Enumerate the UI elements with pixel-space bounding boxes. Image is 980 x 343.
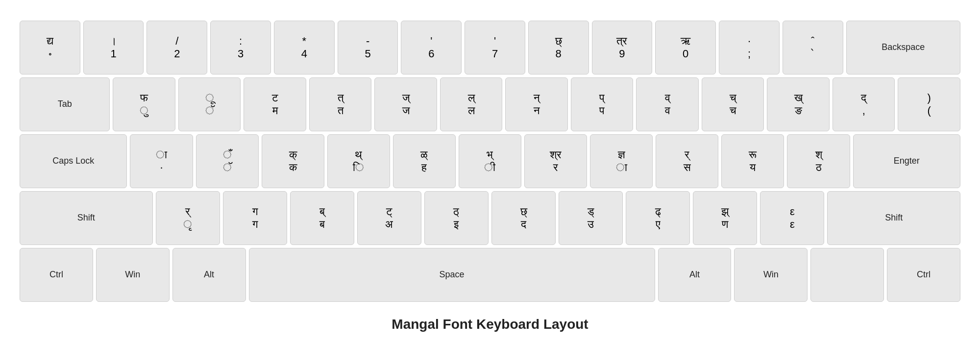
key-z-bottom: ृ <box>183 218 192 231</box>
key-capslock[interactable]: Caps Lock <box>20 134 127 188</box>
key-5-top: - <box>366 35 369 48</box>
key-semicolon-top: रू <box>749 148 757 161</box>
key-b-bottom: इ <box>454 218 459 231</box>
key-m[interactable]: ड्उ <box>559 191 623 245</box>
key-semicolon-bottom: य <box>750 161 756 174</box>
key-v-bottom: अ <box>385 218 393 231</box>
key-1-bottom: 1 <box>110 48 116 60</box>
key-f[interactable]: थ्ि <box>327 134 390 188</box>
key-y[interactable]: ल्ल <box>440 77 503 131</box>
key-8[interactable]: छ्8 <box>528 21 589 74</box>
key-x[interactable]: गग <box>223 191 287 245</box>
key-menu[interactable] <box>810 248 884 302</box>
key-c[interactable]: ब्ब <box>290 191 354 245</box>
key-win-l-label: Win <box>125 269 140 280</box>
key-bracket-r[interactable]: द्, <box>833 77 895 131</box>
key-w[interactable]: ूॅ <box>178 77 241 131</box>
key-ctrl-l[interactable]: Ctrl <box>20 248 93 302</box>
key-bracket-l[interactable]: ख्ङ <box>767 77 830 131</box>
key-bracket-r-bottom: , <box>862 104 865 117</box>
key-alt-r[interactable]: Alt <box>658 248 732 302</box>
key-o[interactable]: व्व <box>636 77 699 131</box>
key-2[interactable]: /2 <box>147 21 207 74</box>
key-5[interactable]: -5 <box>338 21 398 74</box>
key-backslash-top: ) <box>928 92 931 104</box>
key-shift-r[interactable]: Shift <box>827 191 960 245</box>
key-capslock-label: Caps Lock <box>52 155 94 167</box>
key-z[interactable]: र्ृ <box>156 191 220 245</box>
key-k-bottom: ा <box>616 161 627 174</box>
key-k-top: ज्ञ <box>618 148 625 161</box>
key-period[interactable]: झ्ण <box>693 191 757 245</box>
key-enter[interactable]: Engter <box>853 134 960 188</box>
key-m-bottom: उ <box>588 218 594 231</box>
key-6[interactable]: '6 <box>401 21 462 74</box>
key-slash[interactable]: εε <box>760 191 824 245</box>
key-quote-bottom: ठ <box>816 161 822 174</box>
key-h[interactable]: भ्ी <box>459 134 521 188</box>
key-r[interactable]: त्त <box>309 77 372 131</box>
key-backspace[interactable]: Backspace <box>846 21 960 74</box>
key-s[interactable]: ँॅ <box>196 134 259 188</box>
key-x-bottom: ग <box>252 218 258 231</box>
key-backslash[interactable]: )( <box>898 77 960 131</box>
key-backtick-bottom: ॰ <box>48 48 52 60</box>
key-ctrl-r[interactable]: Ctrl <box>887 248 960 302</box>
key-period-bottom: ण <box>722 218 728 231</box>
key-alt-l[interactable]: Alt <box>172 248 246 302</box>
key-r-top: त् <box>338 92 343 104</box>
key-7[interactable]: '7 <box>465 21 525 74</box>
key-semicolon[interactable]: रूय <box>721 134 784 188</box>
key-b[interactable]: ठ्इ <box>424 191 489 245</box>
key-win-r[interactable]: Win <box>734 248 808 302</box>
key-4-top: * <box>302 35 307 48</box>
key-l-top: र् <box>685 148 689 161</box>
key-l[interactable]: र्स <box>656 134 718 188</box>
key-bracket-r-top: द् <box>861 92 866 104</box>
key-4[interactable]: *4 <box>274 21 335 74</box>
key-space[interactable]: Space <box>249 248 655 302</box>
key-v[interactable]: ट्अ <box>357 191 421 245</box>
keyboard-row-5: CtrlWinAltSpaceAltWinCtrl <box>20 248 960 302</box>
key-equals[interactable]: ˆˋ <box>783 21 843 74</box>
key-d[interactable]: क्क <box>262 134 324 188</box>
key-win-l[interactable]: Win <box>96 248 170 302</box>
key-w-bottom: ॅ <box>205 104 214 117</box>
key-shift-l[interactable]: Shift <box>20 191 153 245</box>
key-y-top: ल् <box>468 92 475 104</box>
key-minus-bottom: ; <box>748 48 751 60</box>
key-a[interactable]: ा· <box>130 134 193 188</box>
key-backtick[interactable]: द्य॰ <box>20 21 80 74</box>
keyboard-row-3: Caps Lockा·ँॅक्कथ्िळ्हभ्ीश्ररज्ञार्सरूयश… <box>20 134 960 188</box>
key-9[interactable]: त्र9 <box>592 21 653 74</box>
key-ctrl-l-label: Ctrl <box>49 269 63 280</box>
key-g[interactable]: ळ्ह <box>393 134 456 188</box>
key-y-bottom: ल <box>468 104 475 117</box>
key-u[interactable]: न्न <box>505 77 568 131</box>
key-shift-r-label: Shift <box>885 212 903 223</box>
key-1[interactable]: ।1 <box>83 21 144 74</box>
key-p[interactable]: च्च <box>702 77 764 131</box>
key-k[interactable]: ज्ञा <box>590 134 653 188</box>
key-8-top: छ् <box>555 35 562 48</box>
key-i[interactable]: प्प <box>571 77 634 131</box>
key-comma-bottom: ए <box>656 218 661 231</box>
key-8-bottom: 8 <box>556 48 562 60</box>
key-quote[interactable]: श्ठ <box>787 134 850 188</box>
key-l-bottom: स <box>684 161 691 174</box>
key-quote-top: श् <box>815 148 822 161</box>
key-0[interactable]: ऋ0 <box>655 21 716 74</box>
key-p-bottom: च <box>730 104 736 117</box>
key-tab[interactable]: Tab <box>20 77 110 131</box>
key-comma[interactable]: ढ्ए <box>626 191 690 245</box>
key-j[interactable]: श्रर <box>524 134 587 188</box>
key-i-bottom: प <box>599 104 605 117</box>
key-n-bottom: द <box>521 218 526 231</box>
key-q[interactable]: फु <box>113 77 175 131</box>
key-d-top: क् <box>289 148 297 161</box>
key-t[interactable]: ज्ज <box>374 77 437 131</box>
key-minus[interactable]: ·; <box>719 21 780 74</box>
key-e[interactable]: टम <box>244 77 306 131</box>
key-n[interactable]: छ्द <box>491 191 556 245</box>
key-3[interactable]: :3 <box>210 21 271 74</box>
